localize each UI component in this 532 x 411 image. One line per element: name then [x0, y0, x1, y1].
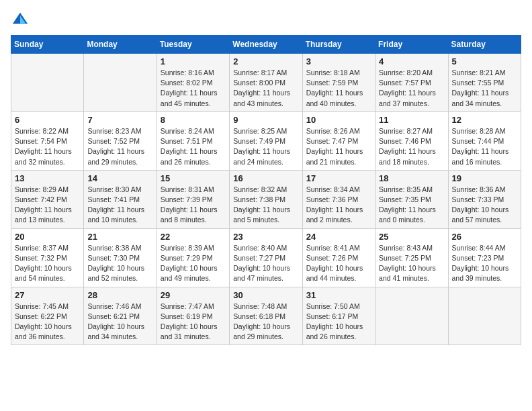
day-detail: Sunrise: 8:34 AM Sunset: 7:36 PM Dayligh…: [306, 185, 371, 226]
calendar-cell: 1Sunrise: 8:16 AM Sunset: 8:02 PM Daylig…: [157, 54, 229, 112]
day-detail: Sunrise: 8:17 AM Sunset: 8:00 PM Dayligh…: [233, 68, 298, 109]
day-number: 4: [379, 56, 444, 66]
day-detail: Sunrise: 8:21 AM Sunset: 7:55 PM Dayligh…: [452, 68, 517, 109]
calendar-cell: 21Sunrise: 8:38 AM Sunset: 7:30 PM Dayli…: [84, 228, 157, 287]
calendar-table: SundayMondayTuesdayWednesdayThursdayFrid…: [11, 35, 521, 345]
logo: [11, 11, 32, 30]
day-detail: Sunrise: 8:26 AM Sunset: 7:47 PM Dayligh…: [306, 126, 371, 167]
calendar-cell: 20Sunrise: 8:37 AM Sunset: 7:32 PM Dayli…: [11, 228, 84, 287]
day-detail: Sunrise: 8:35 AM Sunset: 7:35 PM Dayligh…: [379, 185, 444, 226]
calendar-week-row: 13Sunrise: 8:29 AM Sunset: 7:42 PM Dayli…: [11, 170, 521, 228]
logo-icon: [11, 11, 30, 30]
calendar-week-row: 27Sunrise: 7:45 AM Sunset: 6:22 PM Dayli…: [11, 287, 521, 345]
day-number: 17: [306, 173, 371, 183]
day-number: 10: [306, 115, 371, 125]
day-number: 13: [15, 173, 80, 183]
day-number: 16: [233, 173, 298, 183]
day-number: 26: [452, 232, 517, 242]
calendar-cell: 13Sunrise: 8:29 AM Sunset: 7:42 PM Dayli…: [11, 170, 84, 228]
day-number: 31: [306, 290, 371, 300]
calendar-cell: 27Sunrise: 7:45 AM Sunset: 6:22 PM Dayli…: [11, 287, 84, 345]
day-number: 24: [306, 232, 371, 242]
day-number: 8: [161, 115, 226, 125]
calendar-cell: 7Sunrise: 8:23 AM Sunset: 7:52 PM Daylig…: [84, 111, 157, 170]
day-number: 1: [161, 56, 226, 66]
calendar-cell: 5Sunrise: 8:21 AM Sunset: 7:55 PM Daylig…: [448, 54, 521, 112]
day-detail: Sunrise: 8:40 AM Sunset: 7:27 PM Dayligh…: [233, 243, 298, 284]
calendar-cell: 3Sunrise: 8:18 AM Sunset: 7:59 PM Daylig…: [302, 54, 375, 112]
calendar-cell: 10Sunrise: 8:26 AM Sunset: 7:47 PM Dayli…: [302, 111, 375, 170]
day-detail: Sunrise: 8:32 AM Sunset: 7:38 PM Dayligh…: [233, 185, 298, 226]
day-number: 20: [15, 232, 80, 242]
day-detail: Sunrise: 7:48 AM Sunset: 6:18 PM Dayligh…: [233, 302, 298, 342]
calendar-cell: 18Sunrise: 8:35 AM Sunset: 7:35 PM Dayli…: [375, 170, 448, 228]
calendar-cell: 23Sunrise: 8:40 AM Sunset: 7:27 PM Dayli…: [230, 228, 302, 287]
weekday-header: Thursday: [302, 36, 375, 54]
day-number: 11: [379, 115, 444, 125]
calendar-header: SundayMondayTuesdayWednesdayThursdayFrid…: [11, 36, 521, 54]
calendar-cell: 8Sunrise: 8:24 AM Sunset: 7:51 PM Daylig…: [157, 111, 229, 170]
day-number: 18: [379, 173, 444, 183]
day-detail: Sunrise: 8:36 AM Sunset: 7:33 PM Dayligh…: [452, 185, 517, 226]
day-detail: Sunrise: 7:47 AM Sunset: 6:19 PM Dayligh…: [161, 302, 226, 342]
calendar-cell: [448, 287, 521, 345]
calendar-cell: 24Sunrise: 8:41 AM Sunset: 7:26 PM Dayli…: [302, 228, 375, 287]
day-number: 12: [452, 115, 517, 125]
day-detail: Sunrise: 8:43 AM Sunset: 7:25 PM Dayligh…: [379, 243, 444, 284]
day-number: 28: [87, 290, 152, 300]
day-number: 14: [87, 173, 152, 183]
weekday-header: Wednesday: [230, 36, 302, 54]
day-number: 27: [15, 290, 80, 300]
day-number: 22: [161, 232, 226, 242]
day-number: 30: [233, 290, 298, 300]
day-detail: Sunrise: 8:18 AM Sunset: 7:59 PM Dayligh…: [306, 68, 371, 109]
calendar-cell: 16Sunrise: 8:32 AM Sunset: 7:38 PM Dayli…: [230, 170, 302, 228]
day-detail: Sunrise: 8:27 AM Sunset: 7:46 PM Dayligh…: [379, 126, 444, 167]
weekday-header: Tuesday: [157, 36, 229, 54]
calendar-cell: 17Sunrise: 8:34 AM Sunset: 7:36 PM Dayli…: [302, 170, 375, 228]
day-detail: Sunrise: 8:39 AM Sunset: 7:29 PM Dayligh…: [161, 243, 226, 284]
day-number: 29: [161, 290, 226, 300]
calendar-cell: 9Sunrise: 8:25 AM Sunset: 7:49 PM Daylig…: [230, 111, 302, 170]
calendar-cell: 12Sunrise: 8:28 AM Sunset: 7:44 PM Dayli…: [448, 111, 521, 170]
calendar-cell: 28Sunrise: 7:46 AM Sunset: 6:21 PM Dayli…: [84, 287, 157, 345]
day-number: 6: [15, 115, 80, 125]
day-number: 21: [87, 232, 152, 242]
day-detail: Sunrise: 8:22 AM Sunset: 7:54 PM Dayligh…: [15, 126, 80, 167]
day-number: 9: [233, 115, 298, 125]
weekday-header: Monday: [84, 36, 157, 54]
day-number: 2: [233, 56, 298, 66]
calendar-week-row: 1Sunrise: 8:16 AM Sunset: 8:02 PM Daylig…: [11, 54, 521, 112]
day-detail: Sunrise: 8:23 AM Sunset: 7:52 PM Dayligh…: [87, 126, 152, 167]
day-number: 7: [87, 115, 152, 125]
day-detail: Sunrise: 8:31 AM Sunset: 7:39 PM Dayligh…: [161, 185, 226, 226]
day-number: 19: [452, 173, 517, 183]
weekday-row: SundayMondayTuesdayWednesdayThursdayFrid…: [11, 36, 521, 54]
day-detail: Sunrise: 8:20 AM Sunset: 7:57 PM Dayligh…: [379, 68, 444, 109]
calendar-week-row: 20Sunrise: 8:37 AM Sunset: 7:32 PM Dayli…: [11, 228, 521, 287]
weekday-header: Sunday: [11, 36, 84, 54]
calendar-cell: 4Sunrise: 8:20 AM Sunset: 7:57 PM Daylig…: [375, 54, 448, 112]
calendar-cell: 22Sunrise: 8:39 AM Sunset: 7:29 PM Dayli…: [157, 228, 229, 287]
day-detail: Sunrise: 8:25 AM Sunset: 7:49 PM Dayligh…: [233, 126, 298, 167]
day-detail: Sunrise: 7:46 AM Sunset: 6:21 PM Dayligh…: [87, 302, 152, 342]
calendar-cell: 29Sunrise: 7:47 AM Sunset: 6:19 PM Dayli…: [157, 287, 229, 345]
day-detail: Sunrise: 8:28 AM Sunset: 7:44 PM Dayligh…: [452, 126, 517, 167]
day-number: 25: [379, 232, 444, 242]
day-detail: Sunrise: 8:44 AM Sunset: 7:23 PM Dayligh…: [452, 243, 517, 284]
day-detail: Sunrise: 8:16 AM Sunset: 8:02 PM Dayligh…: [161, 68, 226, 109]
calendar-cell: 11Sunrise: 8:27 AM Sunset: 7:46 PM Dayli…: [375, 111, 448, 170]
day-number: 15: [161, 173, 226, 183]
day-detail: Sunrise: 8:24 AM Sunset: 7:51 PM Dayligh…: [161, 126, 226, 167]
weekday-header: Friday: [375, 36, 448, 54]
day-detail: Sunrise: 8:30 AM Sunset: 7:41 PM Dayligh…: [87, 185, 152, 226]
calendar-cell: 25Sunrise: 8:43 AM Sunset: 7:25 PM Dayli…: [375, 228, 448, 287]
calendar-body: 1Sunrise: 8:16 AM Sunset: 8:02 PM Daylig…: [11, 54, 521, 345]
header: [11, 11, 521, 30]
day-detail: Sunrise: 8:29 AM Sunset: 7:42 PM Dayligh…: [15, 185, 80, 226]
day-detail: Sunrise: 8:38 AM Sunset: 7:30 PM Dayligh…: [87, 243, 152, 284]
calendar-cell: 31Sunrise: 7:50 AM Sunset: 6:17 PM Dayli…: [302, 287, 375, 345]
calendar-cell: 2Sunrise: 8:17 AM Sunset: 8:00 PM Daylig…: [230, 54, 302, 112]
day-detail: Sunrise: 7:45 AM Sunset: 6:22 PM Dayligh…: [15, 302, 80, 342]
calendar-cell: 6Sunrise: 8:22 AM Sunset: 7:54 PM Daylig…: [11, 111, 84, 170]
